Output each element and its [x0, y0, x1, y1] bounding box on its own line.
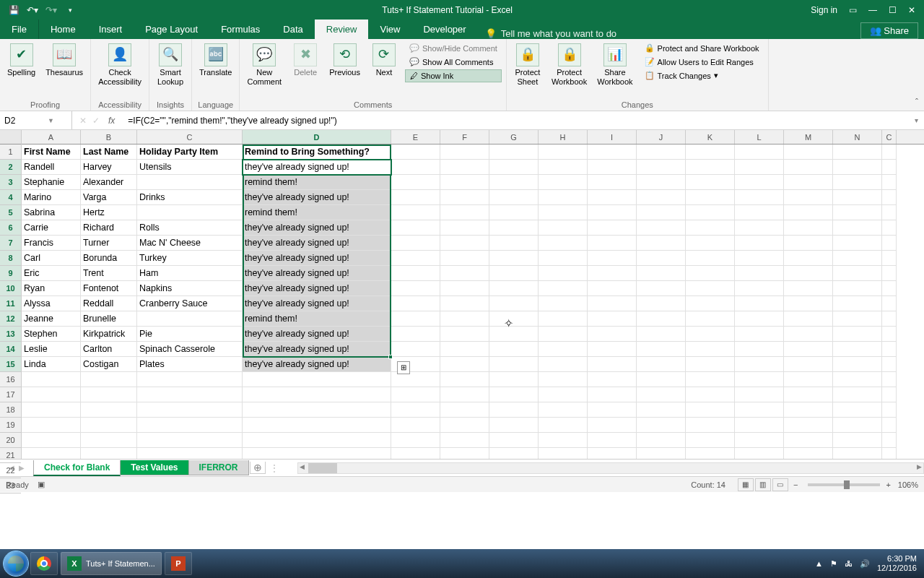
cell[interactable]	[440, 448, 489, 459]
cell[interactable]	[882, 433, 897, 448]
cell[interactable]	[735, 281, 784, 296]
cell[interactable]: they've already signed up!	[243, 327, 391, 342]
signin-link[interactable]: Sign in	[811, 5, 837, 15]
cell[interactable]	[391, 387, 440, 402]
cell[interactable]	[637, 418, 686, 433]
cell[interactable]	[735, 236, 784, 251]
cell[interactable]	[539, 160, 588, 175]
cell[interactable]	[784, 205, 833, 220]
cell[interactable]	[22, 387, 81, 402]
cell[interactable]	[539, 387, 588, 402]
cell[interactable]	[637, 372, 686, 387]
show-all-comments-button[interactable]: 💬 Show All Comments	[405, 56, 502, 68]
cell[interactable]	[833, 311, 882, 327]
cell[interactable]	[882, 311, 897, 327]
cell[interactable]	[637, 205, 686, 220]
delete-comment-button[interactable]: ✖ Delete	[289, 42, 322, 79]
fx-icon[interactable]: fx	[108, 116, 115, 126]
undo-icon[interactable]: ↶▾	[26, 4, 39, 17]
column-header[interactable]: C	[882, 130, 897, 144]
cell[interactable]	[588, 448, 637, 459]
cell[interactable]	[391, 433, 440, 448]
cell[interactable]: Jeanne	[22, 311, 81, 327]
taskbar-powerpoint[interactable]: P	[165, 552, 192, 575]
cell[interactable]	[833, 266, 882, 281]
cell[interactable]	[686, 327, 735, 342]
cell[interactable]	[588, 433, 637, 448]
cell[interactable]: Turkey	[137, 251, 243, 266]
start-button[interactable]	[3, 551, 29, 577]
cell[interactable]	[784, 372, 833, 387]
cell[interactable]	[440, 311, 489, 327]
column-header[interactable]: H	[539, 130, 588, 144]
cell[interactable]	[735, 160, 784, 175]
collapse-ribbon-icon[interactable]: ˆ	[915, 98, 918, 108]
cell[interactable]	[539, 236, 588, 251]
close-icon[interactable]: ✕	[908, 5, 915, 15]
row-header[interactable]: 19	[0, 418, 21, 433]
cell[interactable]	[489, 251, 539, 266]
cell[interactable]: remind them!	[243, 311, 391, 327]
cell[interactable]	[391, 144, 440, 160]
column-header[interactable]: J	[637, 130, 686, 144]
cell[interactable]	[882, 220, 897, 236]
cell[interactable]	[137, 387, 243, 402]
cell[interactable]	[440, 327, 489, 342]
cell[interactable]	[784, 220, 833, 236]
tray-expand-icon[interactable]: ▲	[815, 559, 823, 568]
cell[interactable]	[637, 251, 686, 266]
cell[interactable]	[735, 144, 784, 160]
cell[interactable]: they've already signed up!	[243, 190, 391, 205]
cell[interactable]	[882, 418, 897, 433]
expand-formula-icon[interactable]: ▾	[909, 116, 924, 124]
cell[interactable]	[784, 357, 833, 372]
cell[interactable]	[489, 236, 539, 251]
cell[interactable]	[833, 327, 882, 342]
cell[interactable]	[686, 160, 735, 175]
cell[interactable]	[686, 220, 735, 236]
cell[interactable]: Borunda	[81, 251, 137, 266]
redo-icon[interactable]: ↷▾	[45, 4, 58, 17]
cell[interactable]	[391, 342, 440, 357]
cell[interactable]	[784, 402, 833, 418]
cell[interactable]	[489, 433, 539, 448]
cell[interactable]	[137, 311, 243, 327]
cell[interactable]	[637, 296, 686, 311]
cell[interactable]: First Name	[22, 144, 81, 160]
cell[interactable]	[539, 251, 588, 266]
cell[interactable]	[735, 327, 784, 342]
cell[interactable]	[784, 144, 833, 160]
cell[interactable]	[539, 281, 588, 296]
cell[interactable]	[440, 266, 489, 281]
cell[interactable]: Leslie	[22, 342, 81, 357]
cell[interactable]	[391, 281, 440, 296]
taskbar-excel[interactable]: X Tuts+ If Statemen...	[61, 552, 162, 575]
cell[interactable]	[588, 311, 637, 327]
cell[interactable]: Reddall	[81, 296, 137, 311]
cell[interactable]	[539, 296, 588, 311]
tell-me-search[interactable]: 💡 Tell me what you want to do	[485, 28, 616, 39]
horizontal-scrollbar[interactable]: ◀ ▶	[297, 462, 924, 474]
cell[interactable]	[489, 281, 539, 296]
row-header[interactable]: 3	[0, 175, 21, 190]
column-header[interactable]: C	[137, 130, 243, 144]
cell[interactable]	[22, 448, 81, 459]
cell[interactable]	[440, 220, 489, 236]
tab-file[interactable]: File	[0, 20, 39, 39]
cell[interactable]	[784, 433, 833, 448]
tab-view[interactable]: View	[368, 20, 411, 39]
cell[interactable]: Rolls	[137, 220, 243, 236]
cell[interactable]	[637, 433, 686, 448]
cell[interactable]	[686, 236, 735, 251]
cell[interactable]	[588, 296, 637, 311]
cell[interactable]	[735, 296, 784, 311]
cell[interactable]	[735, 372, 784, 387]
cell[interactable]	[833, 357, 882, 372]
macro-record-icon[interactable]: ▣	[38, 480, 45, 489]
cell[interactable]: Ham	[137, 266, 243, 281]
cell[interactable]	[686, 144, 735, 160]
cell[interactable]	[81, 433, 137, 448]
row-header[interactable]: 21	[0, 448, 21, 463]
cell[interactable]	[22, 433, 81, 448]
cell[interactable]	[539, 311, 588, 327]
